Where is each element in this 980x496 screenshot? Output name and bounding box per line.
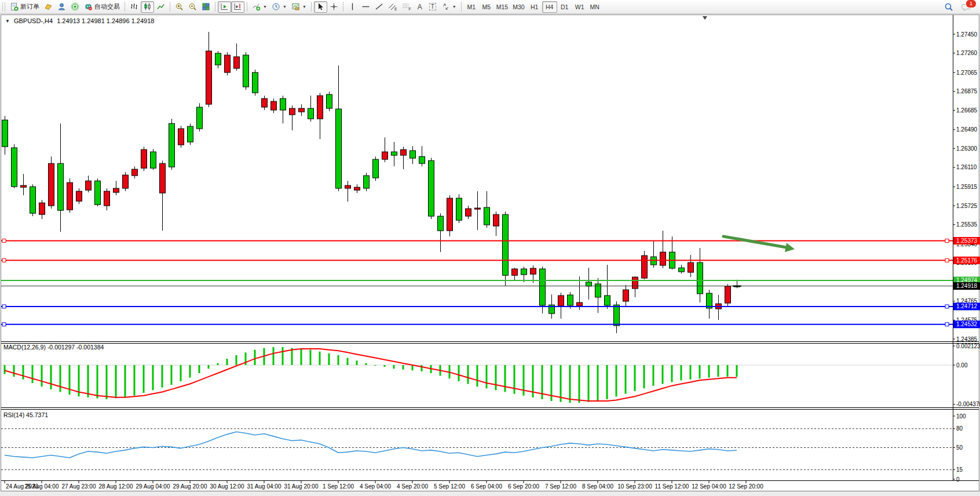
new-order-button[interactable]: 新订单 (8, 1, 42, 13)
svg-text:29 Aug 20:00: 29 Aug 20:00 (173, 483, 207, 490)
price-badge: 1.25373 (953, 237, 980, 245)
timeframe-M30[interactable]: M30 (510, 1, 526, 13)
svg-text:28 Aug 12:00: 28 Aug 12:00 (99, 483, 133, 490)
svg-text:E: E (394, 7, 397, 11)
timeframe-MN[interactable]: MN (587, 1, 602, 13)
svg-text:1.24918: 1.24918 (956, 283, 978, 289)
tile-windows-button[interactable] (199, 1, 213, 13)
text-tool-button[interactable]: A (414, 1, 426, 13)
crosshair-button[interactable] (327, 1, 341, 13)
price-badge: 1.24532 (953, 320, 980, 328)
svg-text:-0.004378: -0.004378 (956, 401, 980, 407)
vertical-line-tool-button[interactable] (346, 1, 359, 13)
profile-button[interactable] (42, 1, 55, 13)
autoscroll-button[interactable] (218, 1, 231, 13)
chart-canvas[interactable]: 1.274501.272601.270651.268751.266851.264… (0, 0, 980, 496)
svg-text:1.26300: 1.26300 (956, 145, 978, 152)
timeframe-D1[interactable]: D1 (557, 1, 572, 13)
toolbar-right-group: 1 (942, 1, 978, 13)
svg-text:1.24385: 1.24385 (956, 336, 978, 342)
svg-text:80: 80 (956, 425, 963, 432)
label-tool-button[interactable]: T (426, 1, 439, 13)
cursor-button[interactable] (314, 1, 327, 13)
svg-text:6 Sep 20:00: 6 Sep 20:00 (508, 483, 539, 490)
svg-text:1.24712: 1.24712 (956, 303, 978, 309)
notifications-button[interactable]: 1 (959, 1, 974, 13)
price-badge: 1.24712 (953, 302, 980, 310)
svg-text:0.002123: 0.002123 (956, 343, 980, 349)
svg-text:12 Sep 04:00: 12 Sep 04:00 (692, 483, 726, 490)
chevron-down-icon[interactable]: ▼ (5, 19, 10, 24)
timeframe-M15[interactable]: M15 (494, 1, 510, 13)
channel-tool-button[interactable]: E (386, 1, 400, 13)
macd-values: -0.001297 -0.001384 (47, 344, 104, 351)
separator (461, 2, 462, 12)
svg-text:1.25176: 1.25176 (956, 257, 978, 264)
svg-text:31 Aug 04:00: 31 Aug 04:00 (247, 483, 281, 490)
timeframe-W1[interactable]: W1 (572, 1, 587, 13)
svg-text:6 Sep 04:00: 6 Sep 04:00 (471, 483, 502, 490)
timeframe-H1[interactable]: H1 (527, 1, 542, 13)
svg-text:4 Sep 20:00: 4 Sep 20:00 (397, 483, 428, 490)
timeframe-M1[interactable]: M1 (464, 1, 479, 13)
templates-button[interactable]: ▼ (289, 1, 309, 13)
svg-text:25 Aug 04:00: 25 Aug 04:00 (25, 483, 59, 490)
svg-text:1.27450: 1.27450 (956, 31, 978, 38)
notification-count-badge: 1 (966, 0, 977, 8)
clock-icon (272, 2, 280, 11)
svg-text:F: F (408, 7, 411, 11)
candlestick-chart-button[interactable] (141, 1, 154, 13)
svg-text:10 Sep 23:00: 10 Sep 23:00 (617, 483, 652, 490)
svg-text:1.25915: 1.25915 (956, 184, 978, 190)
periods-button[interactable]: ▼ (269, 1, 289, 13)
zoom-out-button[interactable] (186, 1, 199, 13)
line-chart-button[interactable] (154, 1, 167, 13)
arrow-shapes-icon (441, 2, 450, 11)
indicators-icon (252, 2, 261, 11)
arrows-tool-button[interactable]: ▼ (439, 1, 459, 13)
svg-text:29 Aug 04:00: 29 Aug 04:00 (136, 483, 170, 490)
signal-rings-icon (71, 2, 79, 11)
svg-text:1.26685: 1.26685 (956, 107, 978, 114)
timeframe-H4[interactable]: H4 (542, 1, 557, 13)
auto-trading-button[interactable]: 自动交易 (82, 1, 122, 13)
horizontal-line-icon (361, 2, 370, 11)
indicators-button[interactable]: ▼ (250, 1, 269, 13)
chart-shift-icon (233, 2, 242, 11)
svg-text:100: 100 (956, 413, 966, 420)
chart-title: ▼ GBPUSD-,H4 1.24913 1.24981 1.24896 1.2… (5, 17, 154, 24)
person-chart-icon (57, 2, 66, 11)
equidistant-channel-icon: E (388, 2, 397, 11)
svg-text:1.26490: 1.26490 (956, 126, 978, 133)
dropdown-caret-icon: ▼ (452, 5, 456, 9)
svg-text:50: 50 (956, 444, 963, 451)
bar-chart-button[interactable] (127, 1, 141, 13)
chart-shift-button[interactable] (231, 1, 244, 13)
trendline-tool-button[interactable] (372, 1, 386, 13)
price-badge: 1.25176 (953, 257, 980, 264)
svg-text:1.25535: 1.25535 (956, 221, 978, 228)
separator (343, 2, 343, 12)
svg-text:7 Sep 12:00: 7 Sep 12:00 (545, 483, 576, 490)
macd-indicator-label: MACD(12,26,9) -0.001297 -0.001384 (3, 344, 104, 351)
tile-windows-icon (202, 2, 210, 11)
svg-text:1.26875: 1.26875 (956, 88, 978, 94)
toolbar-grip[interactable] (2, 2, 5, 11)
signal-button[interactable] (68, 1, 82, 13)
timeframe-M5[interactable]: M5 (479, 1, 494, 13)
separator (215, 2, 215, 12)
zoom-in-button[interactable] (173, 1, 186, 13)
rsi-value: 45.7371 (26, 411, 48, 418)
svg-text:31 Aug 20:00: 31 Aug 20:00 (284, 483, 319, 490)
svg-text:15: 15 (956, 466, 963, 473)
fibonacci-tool-button[interactable]: F (400, 1, 414, 13)
dropdown-caret-icon: ▼ (283, 5, 287, 9)
search-button[interactable] (942, 1, 956, 13)
market-watch-button[interactable] (55, 1, 68, 13)
crosshair-icon (330, 2, 338, 11)
search-icon (944, 2, 953, 12)
svg-text:1 Sep 12:00: 1 Sep 12:00 (323, 483, 354, 490)
svg-text:1.26110: 1.26110 (956, 164, 977, 170)
horizontal-line-tool-button[interactable] (359, 1, 372, 13)
auto-trading-label: 自动交易 (94, 2, 120, 11)
